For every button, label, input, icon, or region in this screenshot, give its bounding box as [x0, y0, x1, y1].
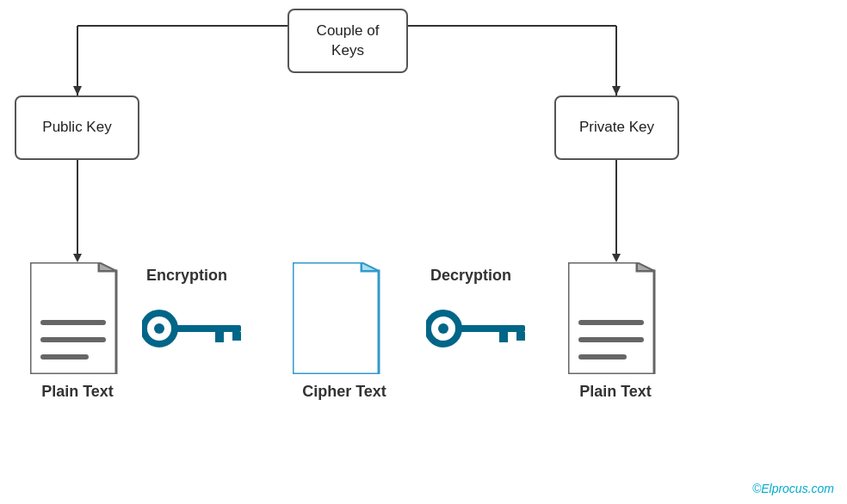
- svg-rect-16: [172, 325, 241, 332]
- svg-marker-5: [612, 86, 621, 95]
- svg-point-19: [154, 323, 164, 334]
- couple-of-keys-box: Couple ofKeys: [287, 9, 408, 73]
- diagram-container: Couple ofKeys Public Key Private Key Pla…: [0, 0, 847, 504]
- svg-marker-21: [362, 262, 379, 271]
- svg-marker-11: [99, 262, 116, 271]
- svg-marker-20: [293, 262, 379, 374]
- encryption-label: Encryption: [146, 267, 227, 285]
- encryption-key-icon: [142, 305, 254, 356]
- svg-rect-24: [499, 332, 508, 342]
- svg-rect-18: [232, 332, 241, 341]
- private-key-box: Private Key: [554, 95, 679, 160]
- plain-text-right-doc: [568, 262, 663, 378]
- arrows-svg: [0, 0, 847, 504]
- plain-text-right-label: Plain Text: [560, 383, 671, 401]
- svg-marker-9: [612, 254, 621, 262]
- plain-text-left-doc: [30, 262, 125, 378]
- decryption-key-icon: [426, 305, 538, 356]
- decryption-label: Decryption: [430, 267, 511, 285]
- svg-marker-7: [73, 254, 82, 262]
- cipher-text-doc: [293, 262, 387, 378]
- svg-rect-17: [215, 332, 224, 342]
- private-key-label: Private Key: [579, 118, 654, 137]
- svg-marker-3: [73, 86, 82, 95]
- cipher-text-label: Cipher Text: [280, 383, 409, 401]
- svg-marker-28: [637, 262, 654, 271]
- watermark: ©Elprocus.com: [752, 482, 834, 495]
- couple-of-keys-label: Couple ofKeys: [317, 22, 380, 59]
- public-key-box: Public Key: [15, 95, 139, 160]
- svg-rect-23: [456, 325, 525, 332]
- svg-point-26: [438, 323, 448, 334]
- public-key-label: Public Key: [42, 118, 111, 137]
- svg-rect-25: [516, 332, 525, 341]
- plain-text-left-label: Plain Text: [26, 383, 129, 401]
